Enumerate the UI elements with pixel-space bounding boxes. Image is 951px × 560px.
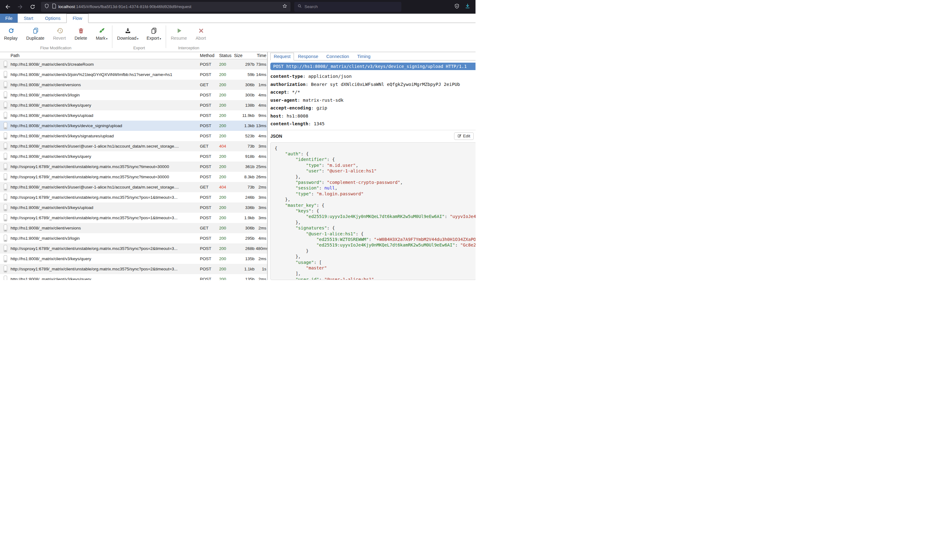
toolbar-group-caption: Flow Modification: [0, 46, 111, 52]
flow-status: 200: [216, 236, 232, 241]
flow-time: 1s: [256, 267, 267, 271]
revert-button[interactable]: Revert: [49, 26, 71, 41]
flow-status: 200: [216, 113, 232, 118]
menu-tab-flow[interactable]: Flow: [66, 14, 88, 23]
page-info-icon[interactable]: [52, 3, 57, 10]
menu-tab-file[interactable]: File: [0, 14, 18, 23]
flow-method: POST: [197, 195, 216, 200]
flow-row[interactable]: http://hs1:8008/_matrix/client/versions …: [0, 80, 267, 90]
request-header-line[interactable]: content-length: 1345: [270, 121, 475, 126]
request-header-line[interactable]: content-type: application/json: [270, 74, 475, 79]
replay-button[interactable]: Replay: [0, 26, 22, 41]
json-body-view[interactable]: {"auth": {"identifier": {"type": "m.id.u…: [270, 142, 475, 280]
flow-type-icon: [4, 235, 7, 242]
delete-button[interactable]: Delete: [71, 26, 91, 41]
request-header-line[interactable]: accept: */*: [270, 89, 475, 95]
menu-tab-start[interactable]: Start: [18, 14, 39, 23]
column-header-method[interactable]: Method: [197, 53, 216, 58]
flow-row[interactable]: http://hs1:8008/_matrix/client/v3/create…: [0, 59, 267, 69]
request-line[interactable]: POST http://hs1:8008/_matrix/client/v3/k…: [270, 63, 475, 70]
request-header-line[interactable]: authorization: Bearer syt_dXNlci0xLWFsaW…: [270, 82, 475, 87]
flow-time: 3ms: [256, 215, 267, 220]
flow-method: POST: [197, 267, 216, 271]
flow-row[interactable]: http://hs1:8008/_matrix/client/v3/keys/u…: [0, 203, 267, 213]
flow-time: 25ms: [256, 165, 267, 169]
duplicate-button[interactable]: Duplicate: [22, 26, 49, 41]
flow-row[interactable]: http://hs1:8008/_matrix/client/v3/keys/q…: [0, 100, 267, 111]
mark-button[interactable]: Mark▾: [92, 26, 112, 41]
flow-row[interactable]: http://hs1:8008/_matrix/client/v3/keys/q…: [0, 254, 267, 264]
flow-path: http://ssproxy1:6789/_matrix/client/unst…: [11, 215, 197, 220]
abort-button[interactable]: Abort: [191, 26, 210, 41]
column-header-size[interactable]: Size: [232, 53, 256, 58]
mark-icon: [99, 27, 105, 35]
flow-method: POST: [197, 134, 216, 138]
reload-icon[interactable]: [29, 3, 37, 11]
json-line: },: [275, 220, 475, 225]
flow-status: 200: [216, 277, 232, 280]
flow-row[interactable]: http://ssproxy1:6789/_matrix/client/unst…: [0, 192, 267, 203]
flow-type-icon: [4, 122, 7, 129]
flow-size: 1.9kb: [232, 215, 256, 220]
edit-button[interactable]: Edit: [454, 132, 474, 140]
export-button[interactable]: Export▾: [142, 26, 165, 41]
shield-icon[interactable]: [44, 3, 49, 10]
back-icon[interactable]: [4, 3, 12, 11]
flow-row[interactable]: http://hs1:8008/_matrix/client/v3/user/@…: [0, 141, 267, 151]
downloads-icon[interactable]: [465, 3, 471, 10]
flow-status: 200: [216, 257, 232, 261]
flow-row[interactable]: http://ssproxy1:6789/_matrix/client/unst…: [0, 264, 267, 274]
column-header-time[interactable]: Time: [256, 53, 267, 58]
json-line: "user_id": "@user-1-alice:hs1": [275, 277, 475, 280]
detail-tab-response[interactable]: Response: [294, 53, 322, 60]
column-header-path[interactable]: Path: [11, 53, 197, 58]
json-line: "identifier": {: [275, 157, 475, 162]
replay-icon: [8, 27, 15, 35]
request-header-line[interactable]: user-agent: matrix-rust-sdk: [270, 98, 475, 103]
flow-row[interactable]: http://hs1:8008/_matrix/client/v3/user/@…: [0, 182, 267, 192]
search-icon: [297, 4, 302, 9]
forward-icon[interactable]: [16, 3, 24, 11]
flow-row[interactable]: http://ssproxy1:6789/_matrix/client/unst…: [0, 213, 267, 223]
flow-row[interactable]: http://ssproxy1:6789/_matrix/client/unst…: [0, 162, 267, 172]
detail-tab-timing[interactable]: Timing: [353, 53, 375, 60]
flow-row[interactable]: http://hs1:8008/_matrix/client/v3/keys/s…: [0, 131, 267, 141]
flow-row[interactable]: http://hs1:8008/_matrix/client/v3/keys/u…: [0, 111, 267, 121]
json-line: "keys": {: [275, 208, 475, 214]
url-bar[interactable]: localhost:1445/#/flows/fba5f13d-91e1-437…: [41, 2, 290, 12]
extension-shield-icon[interactable]: [454, 3, 460, 10]
flow-row[interactable]: http://hs1:8008/_matrix/client/v3/login …: [0, 90, 267, 100]
flow-row[interactable]: http://hs1:8008/_matrix/client/v3/keys/q…: [0, 151, 267, 162]
menu-tab-options[interactable]: Options: [39, 14, 66, 23]
flow-list-header[interactable]: Path Method Status Size Time: [0, 52, 267, 59]
flow-path: http://hs1:8008/_matrix/client/v3/login: [11, 236, 197, 241]
search-input[interactable]: Search: [294, 2, 401, 12]
flow-path: http://hs1:8008/_matrix/client/versions: [11, 83, 197, 87]
column-header-status[interactable]: Status: [216, 53, 232, 58]
resume-button[interactable]: Resume: [167, 26, 191, 41]
request-header-line[interactable]: accept-encoding: gzip: [270, 105, 475, 111]
flow-row[interactable]: http://ssproxy1:6789/_matrix/client/unst…: [0, 172, 267, 182]
flow-row[interactable]: http://hs1:8008/_matrix/client/v3/keys/q…: [0, 274, 267, 280]
detail-tab-request[interactable]: Request: [270, 53, 294, 60]
flow-size: 523b: [232, 134, 256, 138]
flow-path: http://hs1:8008/_matrix/client/v3/keys/u…: [11, 113, 197, 118]
flow-row[interactable]: http://hs1:8008/_matrix/client/v3/join/%…: [0, 69, 267, 80]
detail-tab-connection[interactable]: Connection: [322, 53, 353, 60]
toolbar-group-caption: Interception: [167, 46, 211, 52]
request-header-line[interactable]: host: hs1:8008: [270, 114, 475, 118]
bookmark-star-icon[interactable]: [282, 3, 287, 10]
json-line: "master": [275, 265, 475, 271]
flow-type-icon: [4, 61, 7, 68]
flow-row[interactable]: http://hs1:8008/_matrix/client/v3/login …: [0, 233, 267, 243]
flow-type-icon: [4, 275, 7, 280]
flow-method: POST: [197, 215, 216, 220]
flow-type-icon: [4, 255, 7, 262]
flow-size: 306b: [232, 226, 256, 231]
flow-row[interactable]: http://hs1:8008/_matrix/client/v3/keys/d…: [0, 121, 267, 131]
download-button[interactable]: Download▾: [113, 26, 142, 41]
flow-row[interactable]: http://hs1:8008/_matrix/client/versions …: [0, 223, 267, 233]
flow-row[interactable]: http://ssproxy1:6789/_matrix/client/unst…: [0, 243, 267, 254]
flow-method: POST: [197, 103, 216, 108]
flow-detail-panel: RequestResponseConnectionTiming POST htt…: [267, 52, 475, 280]
